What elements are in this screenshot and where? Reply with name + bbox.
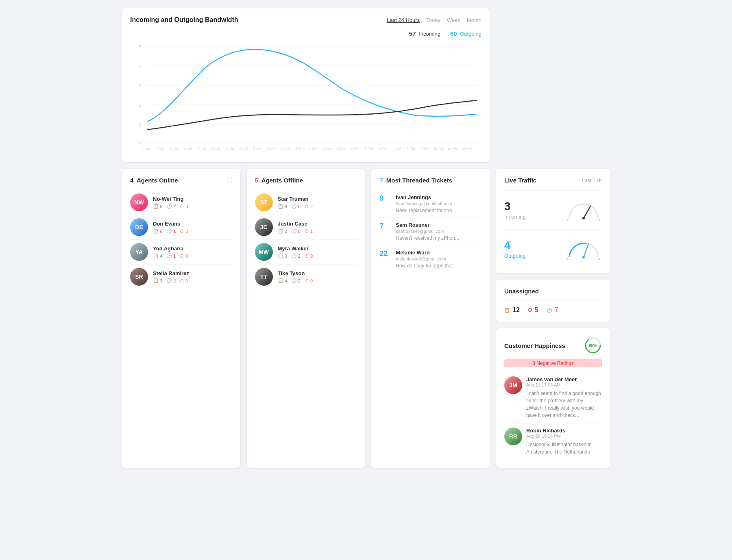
agent-online-item: DE Don Evans 📋6 🕐1 ⏱0	[130, 215, 232, 240]
agent-info: Myra Walker 📋3 🕐2 ⏱0	[278, 245, 357, 258]
ticket-info: Melanie Ward melanieward@gmail.com How d…	[396, 250, 481, 269]
svg-text:4 AM: 4 AM	[184, 147, 192, 151]
urgent-stat-icon: 🕐	[291, 253, 297, 258]
stat-overdue: ⏱0	[180, 278, 188, 283]
agent-avatar: MW	[255, 243, 273, 261]
agent-offline-item: JC Justin Case 📋2 🕐0 ⏱1	[255, 215, 357, 240]
svg-text:1 PM: 1 PM	[309, 147, 317, 151]
svg-text:7 AM: 7 AM	[226, 147, 234, 151]
svg-text:11 AM: 11 AM	[280, 147, 291, 151]
agent-avatar: SR	[130, 268, 148, 286]
urgent-stat-icon: 🕐	[291, 228, 297, 234]
agents-online-count: 4	[130, 177, 133, 184]
agents-offline-header: 5 Agents Offline	[255, 177, 357, 184]
agents-online-title: 4 Agents Online	[130, 177, 178, 184]
ticket-info: Sam Rossner samrossner@gmail.com Haven't…	[396, 222, 481, 241]
agent-avatar: JC	[255, 218, 273, 236]
agents-online-label: Agents Online	[137, 177, 178, 184]
svg-point-41	[582, 256, 585, 258]
agent-online-item: NW No-Wei Ting 📋8 🕐2 ⏱0	[130, 190, 232, 215]
svg-text:12 PM: 12 PM	[461, 147, 472, 151]
filter-today[interactable]: Today	[426, 17, 440, 23]
incoming-value: 3	[504, 200, 526, 213]
agent-info: Tike Tyson 📋4 🕐2 ⏱0	[278, 270, 357, 283]
agent-stats: 📋6 🕐0 ⏱2	[278, 204, 357, 209]
agent-name: Justin Case	[278, 221, 357, 227]
stat-overdue: ⏱0	[305, 253, 313, 258]
agent-name: Stella Ramirez	[153, 270, 232, 276]
svg-text:10: 10	[596, 218, 600, 221]
agent-avatar: NW	[130, 193, 148, 211]
reviewer-initials-1: JM	[504, 376, 522, 394]
urgent-stat-icon: 🕐	[166, 228, 172, 234]
ticket-preview: How do I pay for apps that...	[396, 263, 481, 269]
agent-info: Star Truman 📋6 🕐0 ⏱2	[278, 196, 357, 209]
stat-tickets: 📋4	[153, 253, 162, 258]
review-item-2: RR Robin Richards Aug 28 10:24 PM Design…	[504, 423, 602, 460]
svg-text:6 PM: 6 PM	[379, 147, 387, 151]
filter-last24[interactable]: Last 24 Hours	[387, 17, 420, 23]
review-text-2: Designer & Illustrator based in Amsterda…	[526, 441, 602, 456]
filter-month[interactable]: Month	[467, 17, 481, 23]
filter-week[interactable]: Week	[447, 17, 460, 23]
agent-avatar: YA	[130, 243, 148, 261]
stat-tickets: 📋3	[278, 253, 287, 258]
agent-online-item: SR Stella Ramirez 📋3 🕐2 ⏱0	[130, 265, 232, 289]
unassigned-counts: 📋 12 ⏱ 5 🕐 7	[504, 303, 602, 314]
tickets-count: 7	[379, 177, 383, 184]
svg-text:10 AM: 10 AM	[266, 147, 277, 151]
ticket-name: Ivan Jennings	[396, 194, 481, 200]
ticket-info: Ivan Jennings Ivan.Jennings@outlook.com …	[396, 194, 481, 213]
chart-svg: 5 4 3 2 1 0 1 AM 2 AM 3	[130, 40, 481, 154]
live-traffic-subtitle: Last 1 Hr	[582, 178, 602, 183]
right-column: Live Traffic Last 1 Hr 3 Incoming	[496, 169, 610, 468]
agent-offline-item: MW Myra Walker 📋3 🕐2 ⏱0	[255, 240, 357, 265]
traffic-divider-2	[504, 229, 602, 230]
stat-urgent: 🕐2	[291, 253, 301, 258]
overdue-stat-icon: ⏱	[180, 278, 184, 283]
reviewer-name-2: Robin Richards	[526, 428, 602, 434]
review-text-1: I can't seem to find a good enough fix f…	[526, 390, 602, 419]
outgoing-label: Outgoing	[460, 31, 481, 37]
ticket-preview: Haven't received my zPhon...	[396, 235, 481, 241]
reviewer-date-2: Aug 28 10:24 PM	[526, 434, 602, 438]
outgoing-traffic: 4 Outgoing 0 10	[504, 233, 602, 265]
reviewer-avatar-1: JM	[504, 376, 522, 394]
stat-overdue: ⏱0	[305, 278, 313, 283]
stat-overdue: ⏱1	[305, 228, 313, 234]
tickets-label: Most Threaded Tickets	[386, 177, 452, 184]
agents-online-list: NW No-Wei Ting 📋8 🕐2 ⏱0 DE Don Evans	[130, 190, 232, 289]
agent-stats: 📋6 🕐1 ⏱0	[153, 228, 232, 234]
ticket-item: 7 Sam Rossner samrossner@gmail.com Haven…	[379, 218, 481, 245]
agent-initials: SR	[130, 268, 148, 286]
ticket-stat-icon: 📋	[278, 204, 283, 209]
svg-text:2 AM: 2 AM	[156, 147, 164, 151]
svg-text:7 PM: 7 PM	[392, 147, 401, 151]
stat-overdue: ⏱0	[180, 204, 188, 209]
ticket-number: 9	[379, 194, 391, 213]
incoming-count: 57	[409, 30, 416, 37]
svg-text:0: 0	[567, 257, 569, 260]
overdue-stat-icon: ⏱	[180, 254, 184, 258]
filter-icon[interactable]: ⛶	[227, 177, 232, 184]
overdue-stat-icon: ⏱	[305, 254, 309, 258]
agent-name: Don Evans	[153, 221, 232, 227]
tickets-title: 7 Most Threaded Tickets	[379, 177, 452, 184]
agents-online-header: 4 Agents Online ⛶	[130, 177, 232, 184]
ticket-number: 22	[379, 250, 391, 269]
ticket-icon: 📋	[504, 308, 510, 313]
outgoing-gauge-svg: 0 10	[565, 238, 602, 260]
urgent-icon: ⏱	[528, 308, 532, 313]
svg-line-40	[584, 244, 588, 257]
incoming-gauge-svg: 0 10	[565, 199, 602, 221]
svg-text:11 PM: 11 PM	[447, 147, 458, 151]
unassigned-card: Unassigned 📋 12 ⏱ 5 🕐 7	[496, 280, 610, 322]
ticket-preview: Need replacement for sha...	[396, 208, 481, 213]
ticket-stat-icon: 📋	[153, 253, 159, 258]
ticket-email: Ivan.Jennings@outlook.com	[396, 201, 481, 206]
stat-overdue: ⏱2	[305, 204, 313, 209]
happiness-ring-svg: 88%	[584, 336, 602, 354]
svg-line-36	[584, 206, 590, 218]
reviewer-initials-2: RR	[504, 428, 522, 445]
stat-urgent: 🕐0	[291, 228, 301, 234]
